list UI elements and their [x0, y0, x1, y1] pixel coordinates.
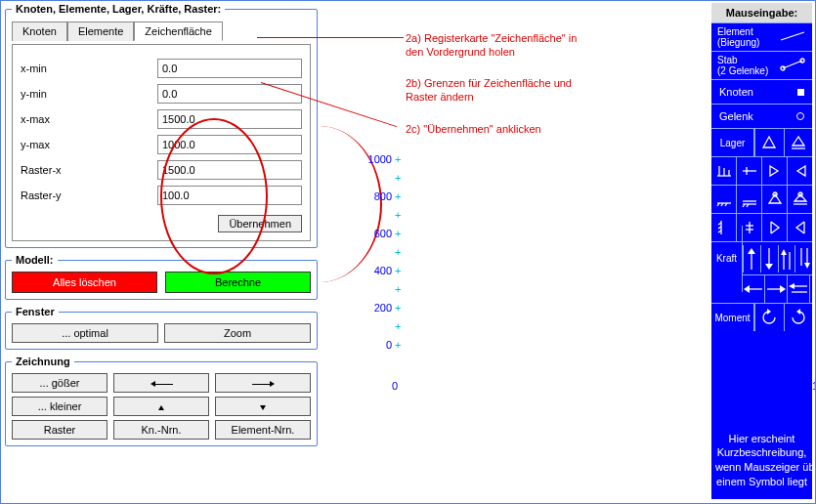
tool-knoten[interactable]: Knoten	[711, 79, 812, 104]
x-tick: 0	[392, 380, 398, 392]
smaller-button[interactable]: ... kleiner	[12, 397, 107, 416]
optimal-button[interactable]: ... optimal	[12, 323, 158, 343]
lager3c-icon[interactable]	[761, 186, 787, 213]
label-rasterx: Raster-x	[21, 164, 157, 176]
bigger-button[interactable]: ... gößer	[12, 373, 107, 393]
elnrn-button[interactable]: Element-Nrn.	[215, 420, 311, 440]
arrow-up-button[interactable]	[113, 397, 209, 416]
y-tick: 0	[353, 339, 392, 351]
lager4c-icon[interactable]	[761, 214, 787, 241]
tab-knoten[interactable]: Knoten	[12, 21, 67, 41]
mauseingabe-panel: Mauseingabe: Element (Biegung) Stab (2 G…	[711, 3, 812, 499]
lager3b-icon[interactable]	[736, 186, 761, 213]
tool-kraft-row1: Kraft	[711, 241, 812, 274]
grid-marker: +	[395, 191, 401, 202]
knoten-icon	[797, 89, 804, 96]
lager2d-icon[interactable]	[787, 157, 812, 185]
tool-gelenk[interactable]: Gelenk	[711, 104, 812, 128]
moment-ccw-icon[interactable]	[754, 304, 784, 331]
tool-lager-row3	[711, 185, 812, 213]
kraft6-icon[interactable]	[764, 275, 787, 303]
kraft2-icon[interactable]	[760, 245, 778, 273]
grid-marker: +	[395, 173, 401, 184]
gelenk-icon	[796, 112, 804, 120]
kraft3-icon[interactable]	[778, 245, 795, 273]
fenster-group: Fenster ... optimal Zoom	[5, 306, 318, 350]
stab-icon	[779, 58, 806, 73]
kraft7-icon[interactable]	[787, 275, 809, 303]
lager2b-icon[interactable]	[736, 157, 761, 185]
raster-button[interactable]: Raster	[12, 420, 107, 440]
annotation-2a-line	[257, 37, 404, 38]
svg-line-0	[781, 32, 804, 40]
arrow-down-button[interactable]	[215, 397, 311, 416]
label-ymin: y-min	[21, 88, 157, 100]
side-title: Mauseingabe:	[711, 3, 812, 22]
grid-marker: +	[395, 284, 401, 295]
tool-kraft-row2	[743, 274, 812, 303]
tab-zeichenflaeche[interactable]: Zeichenfläche	[134, 21, 223, 41]
kraft8-icon[interactable]	[809, 275, 816, 303]
lager2a-icon[interactable]	[711, 157, 736, 185]
zeichnung-group: Zeichnung ... gößer ... kleiner Raster K…	[5, 356, 318, 446]
tool-stab[interactable]: Stab (2 Gelenke)	[711, 51, 812, 79]
svg-point-2	[781, 66, 785, 70]
input-ymin[interactable]	[157, 84, 302, 104]
tool-element[interactable]: Element (Biegung)	[711, 22, 812, 51]
x-tick: 1500	[812, 380, 816, 392]
lager4d-icon[interactable]	[787, 214, 812, 241]
label-xmax: x-max	[21, 113, 157, 125]
tool-lager-row1: Lager	[711, 128, 812, 156]
kraft5-icon[interactable]	[743, 275, 764, 303]
fenster-title: Fenster	[12, 306, 59, 317]
input-xmin[interactable]	[157, 59, 302, 78]
y-tick: 1000	[353, 153, 392, 165]
lager2c-icon[interactable]	[761, 157, 787, 185]
kraft4-icon[interactable]	[795, 245, 812, 273]
label-ymax: y-max	[21, 139, 157, 150]
arrow-right-button[interactable]	[215, 373, 311, 393]
tool-lager-row2	[711, 156, 812, 185]
grid-marker: +	[395, 340, 401, 351]
annotation-2c: 2c) "Übernehmen" anklicken	[406, 123, 541, 137]
arrow-up-icon	[158, 400, 164, 412]
grid-marker: +	[395, 303, 401, 314]
knnrn-button[interactable]: Kn.-Nrn.	[113, 420, 209, 440]
arrow-right-icon	[270, 377, 275, 389]
grid-marker: +	[395, 266, 401, 276]
tab-elemente[interactable]: Elemente	[67, 21, 134, 41]
label-xmin: x-min	[21, 63, 157, 74]
y-tick: 200	[353, 302, 392, 314]
arrow-left-button[interactable]	[113, 373, 209, 393]
lager3d-icon[interactable]	[787, 186, 812, 213]
grid-marker: +	[395, 321, 401, 332]
group-title: Knoten, Elemente, Lager, Kräfte, Raster:	[12, 3, 225, 15]
zoom-button[interactable]: Zoom	[164, 323, 311, 343]
annotation-circle	[160, 118, 268, 274]
grid-marker: +	[395, 247, 401, 258]
y-tick: 400	[353, 265, 392, 276]
annotation-2a: 2a) Registerkarte "Zeichenfläche" in den…	[406, 32, 577, 60]
annotation-2b: 2b) Grenzen für Zeichenfläche und Raster…	[406, 77, 572, 105]
lager-roller-icon[interactable]	[784, 129, 813, 156]
modell-title: Modell:	[12, 254, 58, 266]
zeichnung-title: Zeichnung	[12, 356, 74, 367]
grid-marker: +	[395, 154, 401, 165]
moment-cw-icon[interactable]	[784, 304, 813, 331]
element-icon	[779, 29, 806, 45]
lager-pin-icon[interactable]	[754, 129, 784, 156]
tool-moment-row: Moment	[711, 303, 812, 331]
grid-marker: +	[395, 210, 401, 221]
grid-marker: +	[395, 229, 401, 239]
y-tick: 600	[353, 228, 392, 239]
y-tick: 800	[353, 190, 392, 202]
lager3a-icon[interactable]	[711, 186, 736, 213]
arrow-down-icon	[260, 400, 266, 412]
svg-line-1	[783, 61, 802, 68]
side-help-text: Hier erscheint Kurzbeschreibung, wenn Ma…	[711, 422, 812, 499]
label-rastery: Raster-y	[21, 189, 157, 201]
clear-button[interactable]: Alles löschen	[12, 272, 157, 293]
kraft1-icon[interactable]	[743, 245, 760, 273]
